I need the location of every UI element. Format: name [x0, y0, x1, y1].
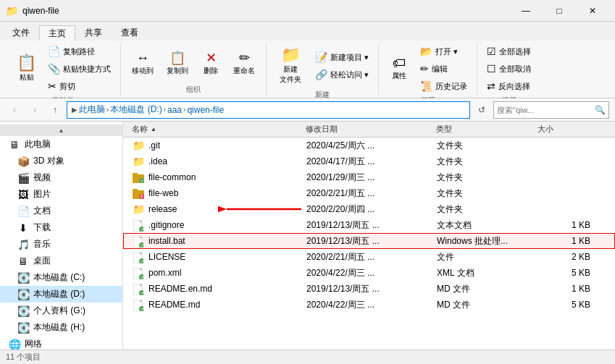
file-row-file-common[interactable]: ✓ file-common 2020/1/29/周三 ... 文件夹	[123, 169, 615, 185]
col-header-date[interactable]: 修改日期	[303, 122, 433, 137]
folder-icon: ✓	[133, 172, 144, 183]
sidebar-item-3d[interactable]: 📦 3D 对象	[0, 153, 122, 169]
tab-home[interactable]: 主页	[39, 25, 75, 41]
easy-access-button[interactable]: 🔗 轻松访问 ▾	[311, 67, 372, 82]
forward-button[interactable]: ›	[26, 101, 43, 119]
sidebar-item-d[interactable]: 💽 本地磁盘 (D:)	[0, 286, 122, 302]
invert-select-icon: ⇄	[487, 80, 495, 92]
delete-icon: ✕	[206, 51, 217, 64]
history-button[interactable]: 📜 历史记录	[417, 78, 471, 94]
svg-text:✓: ✓	[141, 307, 143, 311]
minimize-button[interactable]	[509, 0, 543, 22]
move-to-button[interactable]: ↔ 移动到	[127, 48, 159, 80]
col-header-type[interactable]: 类型	[433, 122, 535, 137]
organize-label: 组织	[186, 83, 201, 95]
svg-text:✓: ✓	[141, 243, 143, 247]
file-row-gitignore[interactable]: ✓ .gitignore 2019/12/13/周五 ... 文本文档 1 KB	[123, 217, 615, 233]
search-box[interactable]: 🔍	[493, 101, 609, 119]
tab-view[interactable]: 查看	[112, 25, 148, 41]
new-folder-button[interactable]: 📁 新建文件夹	[272, 43, 309, 88]
address-bar: ‹ › ↑ ▶ 此电脑 › 本地磁盘 (D:) › aaa › qiwen-fi…	[0, 98, 615, 122]
svg-rect-5	[133, 189, 138, 191]
open-icon: 📂	[420, 46, 432, 57]
new-folder-icon: 📁	[281, 47, 301, 63]
file-list: 名称 ▲ 修改日期 类型 大小 📁 .git 2020/4/25/周六 ... …	[123, 122, 615, 350]
main-area: ▲ 🖥 此电脑 📦 3D 对象 🎬 视频 🖼 图片 📄 文档	[0, 122, 615, 350]
new-item-button[interactable]: 📝 新建项目 ▾	[311, 49, 372, 65]
close-button[interactable]	[576, 0, 609, 22]
sidebar-item-pictures[interactable]: 🖼 图片	[0, 186, 122, 203]
back-button[interactable]: ‹	[6, 101, 23, 119]
file-row-install-bat[interactable]: ✓ install.bat 2019/12/13/周五 ... Windows …	[123, 233, 615, 249]
file-row-pom[interactable]: ✓ pom.xml 2020/4/22/周三 ... XML 文档 5 KB	[123, 265, 615, 281]
select-none-button[interactable]: ☐ 全部取消	[483, 61, 535, 77]
address-path[interactable]: ▶ 此电脑 › 本地磁盘 (D:) › aaa › qiwen-file	[67, 101, 470, 119]
sidebar-item-downloads[interactable]: ⬇ 下载	[0, 219, 122, 236]
properties-button[interactable]: 🏷 属性	[385, 53, 414, 85]
col-header-name[interactable]: 名称 ▲	[129, 122, 303, 137]
svg-text:✓: ✓	[141, 179, 144, 183]
file-row-readme-en[interactable]: ✓ README.en.md 2019/12/13/周五 ... MD 文件 1…	[123, 281, 615, 297]
sidebar-item-video[interactable]: 🎬 视频	[0, 169, 122, 186]
refresh-button[interactable]: ↺	[473, 101, 490, 119]
tab-share[interactable]: 共享	[75, 25, 112, 41]
edit-button[interactable]: ✏ 编辑	[417, 61, 471, 77]
search-icon: 🔍	[595, 105, 606, 115]
select-all-button[interactable]: ☑ 全部选择	[483, 43, 535, 59]
breadcrumb-pc[interactable]: 此电脑	[79, 103, 105, 116]
sidebar-item-network[interactable]: 🌐 网络	[0, 336, 122, 350]
breadcrumb-qiwen[interactable]: qiwen-file	[187, 105, 224, 115]
file-icon: ✓	[133, 219, 144, 231]
sidebar-item-pc[interactable]: 🖥 此电脑	[0, 136, 122, 153]
svg-text:✓: ✓	[141, 227, 143, 232]
sidebar-item-desktop[interactable]: 🖥 桌面	[0, 253, 122, 269]
svg-text:✓: ✓	[141, 291, 143, 295]
sidebar-item-c[interactable]: 💽 本地磁盘 (C:)	[0, 269, 122, 286]
copy-path-icon: 📄	[48, 46, 60, 57]
file-row-readme[interactable]: ✓ README.md 2020/4/22/周三 ... MD 文件 5 KB	[123, 297, 615, 313]
sidebar-item-g[interactable]: 💽 个人资料 (G:)	[0, 302, 122, 319]
svg-text:!: !	[141, 194, 143, 199]
desktop-icon: 🖥	[17, 255, 29, 267]
breadcrumb-aaa[interactable]: aaa	[167, 105, 182, 115]
sidebar-item-h[interactable]: 💽 本地磁盘 (H:)	[0, 319, 122, 336]
file-row-license[interactable]: ✓ LICENSE 2020/2/21/周五 ... 文件 2 KB	[123, 249, 615, 265]
move-to-icon: ↔	[136, 51, 149, 64]
status-text: 11 个项目	[6, 352, 41, 363]
ribbon-group-organize: ↔ 移动到 📋 复制到 ✕ 删除 ✏ 重命名 组织	[121, 43, 267, 95]
copy-to-icon: 📋	[170, 51, 185, 64]
up-button[interactable]: ↑	[46, 101, 64, 119]
status-bar: 11 个项目	[0, 350, 615, 364]
file-row-idea[interactable]: 📁 .idea 2020/4/17/周五 ... 文件夹	[123, 153, 615, 169]
documents-icon: 📄	[17, 206, 29, 217]
sidebar-scroll-up[interactable]: ▲	[0, 124, 122, 136]
open-button[interactable]: 📂 打开 ▾	[417, 43, 471, 59]
g-drive-icon: 💽	[17, 305, 29, 317]
rename-icon: ✏	[239, 51, 250, 64]
search-input[interactable]	[497, 106, 592, 114]
sidebar-item-documents[interactable]: 📄 文档	[0, 203, 122, 219]
invert-select-button[interactable]: ⇄ 反向选择	[483, 78, 535, 94]
file-row-release[interactable]: 📁 release 2020/2/20/周四 ... 文件夹	[123, 201, 615, 217]
history-icon: 📜	[420, 80, 432, 92]
breadcrumb-d[interactable]: 本地磁盘 (D:)	[110, 103, 162, 116]
file-icon: ✓	[133, 298, 144, 310]
rename-button[interactable]: ✏ 重命名	[228, 48, 260, 80]
col-header-size[interactable]: 大小	[535, 122, 593, 137]
copy-path-button[interactable]: 📄 复制路径	[44, 43, 114, 59]
maximize-button[interactable]	[543, 0, 576, 22]
paste-shortcut-button[interactable]: 📎 粘贴快捷方式	[44, 61, 114, 77]
copy-to-button[interactable]: 📋 复制到	[162, 48, 193, 80]
file-row-file-web[interactable]: ! file-web 2020/2/21/周五 ... 文件夹	[123, 185, 615, 201]
downloads-icon: ⬇	[17, 222, 29, 234]
delete-button[interactable]: ✕ 删除	[196, 48, 225, 80]
sidebar-item-music[interactable]: 🎵 音乐	[0, 236, 122, 253]
file-row-git[interactable]: 📁 .git 2020/4/25/周六 ... 文件夹	[123, 137, 615, 153]
folder-icon: 📁	[133, 140, 144, 151]
paste-button[interactable]: 📋 粘贴	[12, 51, 41, 86]
cut-button[interactable]: ✂ 剪切	[44, 78, 114, 94]
select-all-icon: ☑	[487, 46, 496, 57]
title-bar-title: qiwen-file	[22, 6, 59, 16]
tab-file[interactable]: 文件	[3, 25, 39, 41]
3d-icon: 📦	[17, 156, 29, 167]
